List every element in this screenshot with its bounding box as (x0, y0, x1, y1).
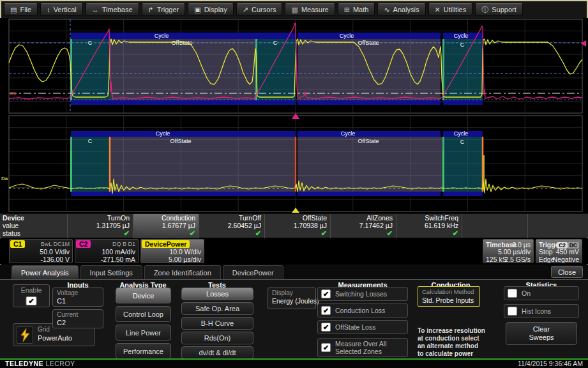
trigger-level: 450 mV (556, 248, 579, 256)
analysis-btn-device[interactable]: Device (116, 288, 171, 303)
test-btn-losses[interactable]: Losses (181, 288, 253, 300)
menu-timebase[interactable]: ↔Timebase (86, 3, 139, 16)
trigger-slope: Negative (553, 256, 579, 263)
checkbox[interactable]: ✔ (321, 343, 331, 352)
menu-math[interactable]: ⊞Math (338, 3, 375, 16)
enable-checkbox[interactable]: ✔ (26, 296, 37, 305)
menu-cursors[interactable]: ↗Cursors (236, 3, 283, 16)
svg-text:C: C (273, 40, 278, 46)
test-btn-safe-op-area[interactable]: Safe Op. Area (181, 302, 253, 315)
measure-value: 1.67677 µJ (162, 222, 195, 229)
math-icon: ⊞ (344, 6, 350, 14)
timebase-descriptor[interactable]: Timebase 0.0 µs 5.00 µs/div 125 kS 2.5 G… (483, 239, 534, 263)
c2-scale: 100 mA/div (102, 248, 135, 256)
menu-vertical[interactable]: ↕Vertical (40, 3, 83, 16)
test-btn-dv-dt-di-dt[interactable]: dv/dt & di/dt (181, 346, 253, 359)
display-label: Display (272, 289, 293, 296)
grid-value: PowerAuto (38, 334, 72, 342)
statistics-option[interactable]: On (504, 286, 579, 300)
power-analysis-panel: Power AnalysisInput SettingsZone Identif… (0, 264, 588, 358)
row-label: status (3, 229, 20, 237)
c2-coupling: DQ B D1 (112, 241, 135, 247)
svg-text:C: C (460, 42, 465, 48)
checkbox[interactable]: ✔ (321, 306, 331, 315)
measure-column-turnon: TurnOn1.31705 µJ✔ (68, 214, 133, 238)
menu-utilities[interactable]: ✕Utilities (428, 3, 473, 16)
menu-measure[interactable]: ▥Measure (285, 3, 335, 16)
menu-analysis[interactable]: ∿Analysis (377, 3, 425, 16)
display-group[interactable]: Display Energy (Joules) (268, 288, 316, 309)
display-icon: ▣ (194, 6, 200, 14)
c2-chip: C2 (76, 240, 91, 248)
close-button[interactable]: Close (551, 266, 583, 278)
menu-trigger[interactable]: ↱Trigger (142, 3, 186, 16)
channel-c1-descriptor[interactable]: C1 BwL DC1M 50.0 V/div -136.00 V (9, 239, 73, 263)
measurement-option[interactable]: ✔Switching Losses (317, 287, 408, 301)
file-icon: ▤ (10, 6, 17, 14)
status-check-icon: ✔ (453, 229, 458, 238)
checkbox-label: Conduction Loss (335, 307, 385, 314)
status-check-icon: ✔ (321, 229, 327, 238)
c2-offset: -271.50 mA (101, 256, 135, 263)
menu-display[interactable]: ▣Display (188, 3, 233, 16)
display-value: Energy (Joules) (272, 297, 319, 305)
tab-zone-identification[interactable]: Zone Identification (144, 265, 221, 279)
channel-c2-descriptor[interactable]: C2 DQ B D1 100 mA/div -271.50 mA (75, 239, 139, 263)
measure-value: 2.60452 µJ (228, 222, 261, 229)
measure-column-offstate: OffState1.70938 µJ✔ (265, 214, 331, 238)
menu-label: Vertical (54, 6, 77, 13)
checkbox-label: OffState Loss (335, 323, 375, 331)
c1-offset: -136.00 V (40, 256, 70, 263)
test-btn-b-h-curve[interactable]: B-H Curve (181, 317, 253, 330)
waveform-display[interactable]: CycleCycleCycleCCCOffStateOffStateCycleC… (0, 18, 588, 213)
status-bar: TELEDYNE LECROY 11/4/2015 9:36:46 AM (0, 358, 588, 368)
checkbox[interactable]: ✔ (321, 323, 331, 332)
svg-text:OffState: OffState (170, 138, 192, 144)
menu-label: Support (492, 6, 516, 13)
svg-text:C1: C1 (10, 91, 17, 96)
timebase-icon: ↔ (92, 6, 99, 13)
analysis-btn-performance[interactable]: Performance (116, 343, 171, 359)
enable-label: Enable (13, 286, 49, 294)
menu-label: Analysis (393, 6, 419, 13)
measurement-option[interactable]: ✔Measure Over All Selected Zones (317, 338, 408, 357)
c1-scale: 50.0 V/div (40, 248, 70, 256)
measurement-option[interactable]: ✔Conduction Loss (317, 303, 408, 318)
voltage-input[interactable]: Voltage C1 (52, 288, 103, 307)
checkbox-label: On (522, 289, 531, 297)
checkbox[interactable] (508, 307, 517, 316)
descriptor-row: C1 BwL DC1M 50.0 V/div -136.00 V C2 DQ B… (0, 238, 588, 264)
measurement-option[interactable]: ✔OffState Loss (317, 320, 408, 334)
devicepower-timebase: 5.00 µs/div (169, 256, 201, 263)
calculation-method-button[interactable]: Calculation Method Std. Probe Inputs (418, 286, 480, 307)
checkbox[interactable] (508, 289, 517, 298)
enable-group[interactable]: Enable ✔ (13, 284, 50, 307)
row-label: value (3, 222, 19, 229)
svg-text:Cycle: Cycle (454, 33, 469, 39)
clear-sweeps-button[interactable]: Clear Sweeps (506, 322, 577, 345)
menu-support[interactable]: ⓘSupport (475, 3, 523, 16)
measure-column-conduction: Conduction1.67677 µJ✔ (133, 214, 199, 238)
menu-label: Trigger (157, 6, 179, 13)
checkbox-label: Hist Icons (522, 307, 551, 315)
devicepower-scale: 10.0 W/div (169, 248, 201, 256)
tab-input-settings[interactable]: Input Settings (80, 265, 142, 279)
checkbox[interactable]: ✔ (321, 289, 331, 298)
svg-text:OffState: OffState (172, 40, 193, 46)
analysis-btn-control-loop[interactable]: Control Loop (116, 306, 171, 322)
statistics-option[interactable]: Hist Icons (504, 304, 579, 318)
devicepower-descriptor[interactable]: DevicePower 10.0 W/div 5.00 µs/div (140, 239, 204, 263)
measure-column-allzones: AllZones7.17462 µJ✔ (331, 214, 396, 238)
trigger-mode: Stop (539, 248, 553, 256)
trigger-descriptor[interactable]: Trigger C2 DC Stop 450 mV Edge Negative (536, 239, 582, 263)
analysis-btn-line-power[interactable]: Line Power (116, 325, 171, 341)
tab-power-analysis[interactable]: Power Analysis (11, 265, 79, 279)
menu-file[interactable]: ▤File (4, 3, 38, 16)
measure-name: TurnOff (239, 214, 261, 222)
test-btn-rds-on-[interactable]: Rds(On) (181, 332, 253, 344)
tab-devicepower[interactable]: DevicePower (223, 265, 283, 279)
current-input[interactable]: Current C2 (52, 309, 103, 328)
svg-text:Cycle: Cycle (340, 33, 354, 39)
measure-value: 1.31705 µJ (96, 222, 130, 229)
c1-coupling: BwL DC1M (41, 241, 70, 247)
